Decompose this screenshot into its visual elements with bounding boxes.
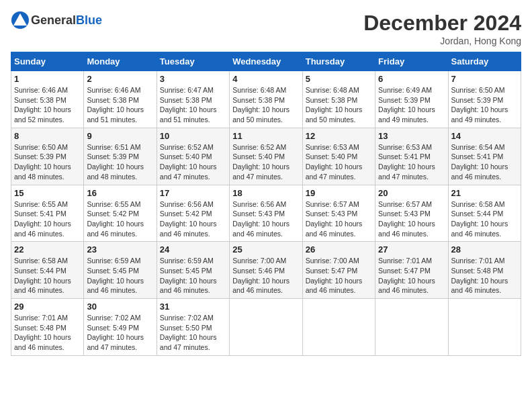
day-info: Sunrise: 6:50 AMSunset: 5:39 PMDaylight:…	[14, 142, 81, 182]
day-number: 19	[306, 188, 372, 198]
col-wednesday: Wednesday	[230, 52, 302, 71]
calendar-cell: 20Sunrise: 6:57 AMSunset: 5:43 PMDayligh…	[375, 185, 448, 242]
day-info: Sunrise: 7:01 AMSunset: 5:48 PMDaylight:…	[451, 256, 518, 295]
day-info: Sunrise: 6:48 AMSunset: 5:38 PMDaylight:…	[306, 85, 372, 125]
col-sunday: Sunday	[11, 52, 84, 71]
day-info: Sunrise: 6:53 AMSunset: 5:40 PMDaylight:…	[306, 142, 372, 182]
day-info: Sunrise: 6:47 AMSunset: 5:38 PMDaylight:…	[160, 85, 226, 125]
day-number: 9	[87, 131, 153, 141]
calendar-cell	[448, 299, 521, 356]
day-info: Sunrise: 6:57 AMSunset: 5:43 PMDaylight:…	[378, 199, 445, 239]
day-number: 14	[451, 131, 518, 141]
calendar-cell: 17Sunrise: 6:56 AMSunset: 5:42 PMDayligh…	[157, 185, 229, 242]
day-number: 23	[87, 244, 153, 255]
calendar-cell: 16Sunrise: 6:55 AMSunset: 5:42 PMDayligh…	[84, 185, 157, 242]
day-info: Sunrise: 6:57 AMSunset: 5:43 PMDaylight:…	[306, 199, 372, 239]
day-info: Sunrise: 6:53 AMSunset: 5:41 PMDaylight:…	[378, 142, 445, 182]
calendar-week-row: 29Sunrise: 7:01 AMSunset: 5:48 PMDayligh…	[11, 299, 521, 356]
day-info: Sunrise: 6:46 AMSunset: 5:38 PMDaylight:…	[14, 85, 81, 125]
calendar-cell: 3Sunrise: 6:47 AMSunset: 5:38 PMDaylight…	[157, 71, 229, 128]
col-thursday: Thursday	[302, 52, 375, 71]
col-friday: Friday	[375, 52, 448, 71]
day-number: 2	[87, 74, 153, 84]
day-number: 7	[451, 74, 518, 84]
calendar-week-row: 15Sunrise: 6:55 AMSunset: 5:41 PMDayligh…	[11, 185, 521, 242]
calendar-cell: 4Sunrise: 6:48 AMSunset: 5:38 PMDaylight…	[230, 71, 302, 128]
calendar-cell	[375, 299, 448, 356]
calendar-cell: 11Sunrise: 6:52 AMSunset: 5:40 PMDayligh…	[230, 128, 302, 185]
day-number: 3	[160, 74, 226, 84]
day-info: Sunrise: 6:46 AMSunset: 5:38 PMDaylight:…	[87, 85, 153, 125]
calendar-week-row: 8Sunrise: 6:50 AMSunset: 5:39 PMDaylight…	[11, 128, 521, 185]
day-number: 25	[232, 244, 299, 255]
col-tuesday: Tuesday	[157, 52, 229, 71]
day-number: 30	[87, 302, 153, 312]
day-number: 20	[378, 188, 445, 198]
col-saturday: Saturday	[448, 52, 521, 71]
day-info: Sunrise: 6:50 AMSunset: 5:39 PMDaylight:…	[451, 85, 518, 125]
day-number: 26	[306, 244, 372, 255]
calendar-cell: 24Sunrise: 6:59 AMSunset: 5:45 PMDayligh…	[157, 242, 229, 299]
day-info: Sunrise: 7:01 AMSunset: 5:48 PMDaylight:…	[14, 313, 81, 353]
day-number: 12	[306, 131, 372, 141]
day-info: Sunrise: 6:54 AMSunset: 5:41 PMDaylight:…	[451, 142, 518, 182]
day-info: Sunrise: 6:52 AMSunset: 5:40 PMDaylight:…	[232, 142, 299, 182]
calendar-cell: 13Sunrise: 6:53 AMSunset: 5:41 PMDayligh…	[375, 128, 448, 185]
calendar-cell: 2Sunrise: 6:46 AMSunset: 5:38 PMDaylight…	[84, 71, 157, 128]
day-info: Sunrise: 6:58 AMSunset: 5:44 PMDaylight:…	[451, 199, 518, 239]
day-number: 17	[160, 188, 226, 198]
day-number: 21	[451, 188, 518, 198]
location: Jordan, Hong Kong	[363, 36, 521, 46]
logo: GeneralBlue	[11, 11, 102, 30]
day-info: Sunrise: 6:59 AMSunset: 5:45 PMDaylight:…	[87, 256, 153, 295]
day-number: 8	[14, 131, 81, 141]
day-number: 15	[14, 188, 81, 198]
calendar-cell: 29Sunrise: 7:01 AMSunset: 5:48 PMDayligh…	[11, 299, 84, 356]
calendar-week-row: 22Sunrise: 6:58 AMSunset: 5:44 PMDayligh…	[11, 242, 521, 299]
day-number: 1	[14, 74, 81, 84]
calendar-cell: 10Sunrise: 6:52 AMSunset: 5:40 PMDayligh…	[157, 128, 229, 185]
calendar-cell: 12Sunrise: 6:53 AMSunset: 5:40 PMDayligh…	[302, 128, 375, 185]
day-number: 24	[160, 244, 226, 255]
day-info: Sunrise: 7:01 AMSunset: 5:47 PMDaylight:…	[378, 256, 445, 295]
calendar-week-row: 1Sunrise: 6:46 AMSunset: 5:38 PMDaylight…	[11, 71, 521, 128]
calendar-cell: 31Sunrise: 7:02 AMSunset: 5:50 PMDayligh…	[157, 299, 229, 356]
calendar-cell: 27Sunrise: 7:01 AMSunset: 5:47 PMDayligh…	[375, 242, 448, 299]
calendar-cell: 1Sunrise: 6:46 AMSunset: 5:38 PMDaylight…	[11, 71, 84, 128]
calendar-cell: 15Sunrise: 6:55 AMSunset: 5:41 PMDayligh…	[11, 185, 84, 242]
calendar-cell: 19Sunrise: 6:57 AMSunset: 5:43 PMDayligh…	[302, 185, 375, 242]
day-info: Sunrise: 6:48 AMSunset: 5:38 PMDaylight:…	[232, 85, 299, 125]
day-info: Sunrise: 7:00 AMSunset: 5:46 PMDaylight:…	[232, 256, 299, 295]
calendar-cell: 18Sunrise: 6:56 AMSunset: 5:43 PMDayligh…	[230, 185, 302, 242]
day-number: 5	[306, 74, 372, 84]
day-info: Sunrise: 6:56 AMSunset: 5:43 PMDaylight:…	[232, 199, 299, 239]
day-number: 28	[451, 244, 518, 255]
calendar-cell: 6Sunrise: 6:49 AMSunset: 5:39 PMDaylight…	[375, 71, 448, 128]
logo-blue-text: Blue	[76, 13, 102, 28]
col-monday: Monday	[84, 52, 157, 71]
day-info: Sunrise: 7:00 AMSunset: 5:47 PMDaylight:…	[306, 256, 372, 295]
day-number: 10	[160, 131, 226, 141]
calendar-cell: 22Sunrise: 6:58 AMSunset: 5:44 PMDayligh…	[11, 242, 84, 299]
logo-icon	[11, 11, 30, 30]
day-number: 16	[87, 188, 153, 198]
day-number: 31	[160, 302, 226, 312]
day-number: 13	[378, 131, 445, 141]
calendar-cell: 9Sunrise: 6:51 AMSunset: 5:39 PMDaylight…	[84, 128, 157, 185]
calendar-header-row: Sunday Monday Tuesday Wednesday Thursday…	[11, 52, 521, 71]
calendar-cell: 5Sunrise: 6:48 AMSunset: 5:38 PMDaylight…	[302, 71, 375, 128]
calendar-cell: 30Sunrise: 7:02 AMSunset: 5:49 PMDayligh…	[84, 299, 157, 356]
month-title: December 2024	[363, 11, 521, 36]
title-block: December 2024 Jordan, Hong Kong	[363, 11, 521, 46]
day-number: 27	[378, 244, 445, 255]
day-number: 29	[14, 302, 81, 312]
calendar-cell: 25Sunrise: 7:00 AMSunset: 5:46 PMDayligh…	[230, 242, 302, 299]
calendar-cell: 7Sunrise: 6:50 AMSunset: 5:39 PMDaylight…	[448, 71, 521, 128]
day-number: 18	[232, 188, 299, 198]
day-info: Sunrise: 6:49 AMSunset: 5:39 PMDaylight:…	[378, 85, 445, 125]
day-info: Sunrise: 6:52 AMSunset: 5:40 PMDaylight:…	[160, 142, 226, 182]
day-info: Sunrise: 7:02 AMSunset: 5:50 PMDaylight:…	[160, 313, 226, 353]
calendar-cell: 14Sunrise: 6:54 AMSunset: 5:41 PMDayligh…	[448, 128, 521, 185]
day-number: 22	[14, 244, 81, 255]
calendar-cell: 8Sunrise: 6:50 AMSunset: 5:39 PMDaylight…	[11, 128, 84, 185]
